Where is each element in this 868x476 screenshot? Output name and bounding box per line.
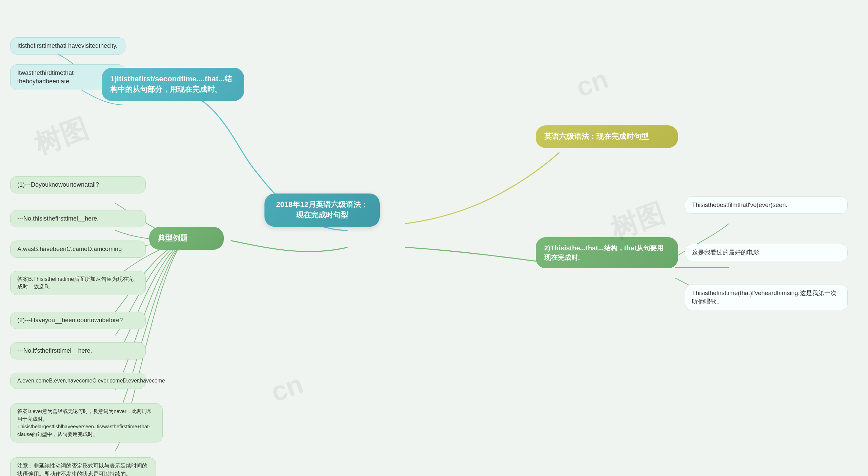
leaf-4e: (2)---Haveyou__beentoourtownbefore?	[10, 312, 146, 329]
branch4-node: 典型例题	[149, 227, 224, 250]
leaf-4d: 答案B.Thisisthefirsttime后面所加从句应为现在完成时，故选B。	[10, 271, 146, 295]
leaf-4i: 注意：非延续性动词的否定形式可以与表示延续时间的状语连用。即动作不发生的状态是可…	[10, 457, 156, 476]
leaf-3c: Thisisthefirsttime(that)I'veheardhimsing…	[685, 285, 848, 310]
branch1-node: 1)Itisthefirst/secondtime....that...结构中的…	[102, 68, 244, 101]
branch2-node: 英语六级语法：现在完成时句型	[536, 125, 678, 148]
leaf-4f: ---No,it'sthefirsttimel__here.	[10, 342, 146, 359]
leaf-3a: Thisisthebestfilmthatl've(ever)seen.	[685, 196, 848, 214]
branch3-node: 2)Thisisthe...that...结构，that从句要用现在完成时.	[536, 237, 678, 268]
leaf-4b: ---No,thisisthefirsttimel__here.	[10, 210, 146, 227]
leaf-4h: 答案D.ever意为曾经或无论何时，反意词为never，此两词常用于完成时。Th…	[10, 403, 163, 442]
leaf-4c: A.wasB.havebeenC.cameD.amcoming	[10, 241, 146, 258]
leaf-3b: 这是我看过的最好的电影。	[685, 244, 848, 261]
leaf-4g: A.even,comeB.even,havecomeC.ever,comeD.e…	[10, 373, 146, 389]
leaf-1a: Itisthefirsttimethatl havevisitedthecity…	[10, 37, 125, 55]
center-node: 2018年12月英语六级语法：现在完成时句型	[264, 193, 380, 227]
leaf-4a: (1)---Doyouknowourtownatall?	[10, 176, 146, 193]
